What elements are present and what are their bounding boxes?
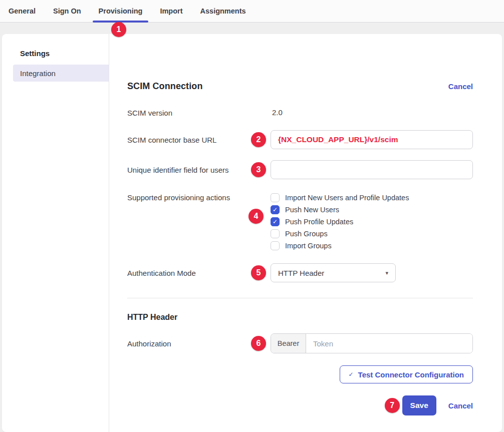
checkbox-box[interactable]: ✓ [271,205,280,214]
authorization-input-group: Bearer [271,333,473,353]
checkbox-box[interactable]: ✓ [271,241,280,250]
settings-sidebar: Settings Integration [2,34,109,432]
annotation-badge-6: 6 [251,336,266,351]
page-title: SCIM Connection [127,81,203,92]
base-url-label: SCIM connector base URL [127,136,271,144]
scim-version-label: SCIM version [127,109,271,117]
annotation-badge-5: 5 [251,265,266,280]
cancel-link-bottom[interactable]: Cancel [448,401,473,410]
save-button[interactable]: Save [402,395,436,415]
check-icon: ✓ [349,371,354,378]
checkbox-push-groups[interactable]: ✓ Push Groups [271,228,473,240]
tab-bar: General Sign On Provisioning Import Assi… [0,0,504,23]
token-input[interactable] [306,334,472,353]
provisioning-actions-list: ✓ Import New Users and Profile Updates ✓… [271,192,473,252]
checkbox-push-new-users[interactable]: ✓ Push New Users [271,204,473,216]
base-url-input[interactable] [271,130,473,149]
bearer-prefix: Bearer [271,334,306,353]
sidebar-item-integration[interactable]: Integration [13,65,109,82]
annotation-badge-7: 7 [385,398,400,413]
provisioning-content: SCIM Connection Cancel SCIM version 2.0 … [109,34,502,432]
tab-import[interactable]: Import [154,0,188,22]
checkbox-label[interactable]: Push New Users [285,206,339,214]
checkbox-import-new-users[interactable]: ✓ Import New Users and Profile Updates [271,192,473,204]
sidebar-heading: Settings [2,49,109,58]
annotation-badge-2: 2 [251,132,266,147]
scim-version-value: 2.0 [271,108,283,117]
tab-provisioning[interactable]: Provisioning [93,0,149,22]
unique-id-label: Unique identifier field for users [127,166,271,174]
section-divider [127,298,473,298]
main-card: Settings Integration SCIM Connection Can… [2,34,502,432]
annotation-badge-1: 1 [111,22,126,37]
test-button-label: Test Connector Configuration [358,370,464,379]
unique-id-input[interactable] [271,160,473,179]
test-connector-configuration-button[interactable]: ✓ Test Connector Configuration [340,365,473,383]
tab-general[interactable]: General [3,0,42,22]
auth-mode-select[interactable]: HTTP Header ▾ [271,263,396,282]
checkbox-label[interactable]: Push Groups [285,230,328,238]
checkbox-box[interactable]: ✓ [271,229,280,238]
checkbox-push-profile-updates[interactable]: ✓ Push Profile Updates [271,216,473,228]
provisioning-actions-label: Supported provisioning actions [127,192,271,204]
checkbox-label[interactable]: Import Groups [285,242,332,250]
tab-assignments[interactable]: Assignments [194,0,252,22]
checkbox-label[interactable]: Import New Users and Profile Updates [285,194,409,202]
chevron-down-icon: ▾ [385,270,388,276]
checkbox-box[interactable]: ✓ [271,193,280,202]
checkbox-box[interactable]: ✓ [271,217,280,226]
checkbox-import-groups[interactable]: ✓ Import Groups [271,240,473,252]
auth-mode-selected-value: HTTP Header [278,269,324,277]
tab-sign-on[interactable]: Sign On [47,0,87,22]
http-header-section-heading: HTTP Header [127,313,473,322]
auth-mode-label: Authentication Mode [127,269,271,277]
checkbox-label[interactable]: Push Profile Updates [285,218,353,226]
authorization-label: Authorization [127,339,271,348]
annotation-badge-3: 3 [251,162,266,177]
cancel-link-top[interactable]: Cancel [448,82,473,91]
annotation-badge-4: 4 [248,209,264,224]
